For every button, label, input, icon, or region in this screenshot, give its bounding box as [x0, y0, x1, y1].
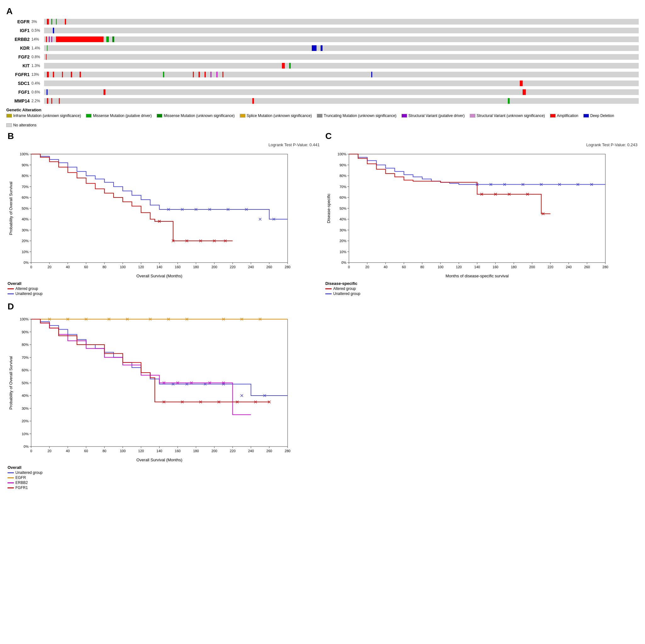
track-bar — [103, 89, 105, 95]
svg-text:Months of disease-specific sur: Months of disease-specific survival — [445, 274, 509, 278]
legend-item: Inframe Mutation (unknown significance) — [6, 113, 81, 118]
track-bar — [65, 19, 66, 25]
legend-label: Splice Mutation (unknown significance) — [247, 113, 312, 118]
oncoprint-row: FGF20.8% — [6, 53, 639, 61]
track-bar — [112, 36, 114, 42]
legend-label: Truncating Mutation (unknown significanc… — [324, 113, 396, 118]
svg-text:20%: 20% — [22, 239, 29, 243]
svg-text:240: 240 — [248, 449, 254, 453]
track-bar — [216, 72, 217, 77]
svg-text:260: 260 — [584, 265, 590, 269]
svg-text:200: 200 — [529, 265, 535, 269]
svg-rect-83 — [349, 154, 605, 263]
svg-text:60%: 60% — [22, 196, 29, 199]
legend-label: Deep Deletion — [590, 113, 614, 118]
legend-label: Missense Mutation (unknown significance) — [164, 113, 234, 118]
gene-name: IGF1 — [6, 28, 31, 33]
legend-label: Structural Variant (putative driver) — [408, 113, 465, 118]
svg-text:80: 80 — [102, 449, 106, 453]
track-bar — [47, 45, 47, 51]
gene-pct: 1.4% — [31, 46, 44, 50]
track-bar — [53, 72, 54, 77]
svg-text:180: 180 — [193, 449, 199, 453]
legend-label: FGFR1 — [15, 486, 28, 490]
legend-swatch — [6, 123, 12, 127]
oncoprint-track — [44, 54, 639, 60]
panel-b-legend: Overall Altered groupUnaltered group — [8, 281, 320, 296]
track-bar — [79, 72, 81, 77]
legend-item: Amplification — [550, 113, 578, 118]
gene-pct: 13% — [31, 72, 44, 77]
gene-pct: 14% — [31, 37, 44, 41]
panel-a-label: A — [6, 6, 639, 16]
svg-text:40: 40 — [384, 265, 387, 269]
track-bar — [47, 19, 49, 25]
svg-text:60: 60 — [402, 265, 406, 269]
chart-legend-item: Unaltered group — [8, 470, 321, 475]
oncoprint-track — [44, 63, 639, 68]
legend-label: Structural Variant (unknown significance… — [477, 113, 545, 118]
legend-swatch — [6, 114, 12, 117]
svg-text:100: 100 — [120, 449, 126, 453]
svg-text:50%: 50% — [22, 207, 29, 210]
genetic-alteration-label: Genetic Alteration — [6, 107, 639, 112]
oncoprint-row: FGF10.6% — [6, 88, 639, 96]
legend-d-items: Unaltered groupEGFRERBB2FGFR1 — [8, 470, 321, 490]
panel-b-label: B — [8, 131, 320, 141]
panel-d-legend-title: Overall — [8, 465, 321, 470]
track-bar — [520, 80, 522, 86]
oncoprint-track — [44, 80, 639, 86]
gene-name: SDC1 — [6, 81, 31, 86]
track-bar — [199, 72, 200, 77]
svg-text:30%: 30% — [22, 228, 29, 232]
track-bar — [312, 45, 316, 51]
svg-text:40: 40 — [66, 265, 69, 269]
panel-b-legend-title: Overall — [8, 281, 320, 286]
svg-text:220: 220 — [230, 265, 235, 269]
svg-text:10%: 10% — [22, 432, 29, 436]
gene-name: KIT — [6, 63, 31, 68]
svg-text:160: 160 — [175, 449, 181, 453]
panel-c-header: Logrank Test P-Value: 0.243 — [325, 142, 637, 147]
legend-line — [8, 482, 14, 483]
legend: Genetic Alteration Inframe Mutation (unk… — [6, 107, 639, 127]
legend-label: Altered group — [333, 287, 356, 291]
track-bar — [47, 72, 49, 77]
chart-legend-item: ERBB2 — [8, 480, 321, 485]
oncoprint: EGFR3%IGF10.5%ERBB214%KDR1.4%FGF20.8%KIT… — [6, 18, 639, 105]
track-bar — [222, 72, 223, 77]
svg-text:90%: 90% — [22, 330, 29, 334]
track-bar — [289, 63, 291, 68]
track-bar — [51, 36, 52, 42]
svg-text:80%: 80% — [22, 343, 29, 347]
legend-line — [8, 288, 14, 289]
oncoprint-row: KIT1.3% — [6, 62, 639, 70]
track-bar — [47, 98, 48, 104]
track-bar — [320, 45, 322, 51]
chart-legend-item: Altered group — [8, 287, 320, 291]
oncoprint-track — [44, 89, 639, 95]
panel-d-chart: 0204060801001201401601802002202402602800… — [8, 313, 297, 464]
chart-legend-item: Unaltered group — [325, 292, 637, 296]
track-bar — [508, 98, 510, 104]
gene-pct: 0.5% — [31, 28, 44, 33]
track-bar — [210, 72, 211, 77]
svg-text:220: 220 — [548, 265, 553, 269]
svg-text:140: 140 — [156, 265, 162, 269]
svg-text:240: 240 — [248, 265, 254, 269]
oncoprint-row: FGFR113% — [6, 70, 639, 79]
svg-text:0%: 0% — [342, 261, 347, 265]
main-container: A EGFR3%IGF10.5%ERBB214%KDR1.4%FGF20.8%K… — [0, 0, 645, 644]
panel-bc: B Logrank Test P-Value: 0.441 0204060801… — [6, 130, 639, 298]
gene-pct: 1.3% — [31, 63, 44, 68]
gene-name: KDR — [6, 46, 31, 51]
legend-label: Unaltered group — [333, 292, 360, 296]
panel-b-pvalue: Logrank Test P-Value: 0.441 — [268, 142, 320, 147]
track-bar — [106, 36, 109, 42]
svg-text:140: 140 — [156, 449, 162, 453]
gene-name: FGF2 — [6, 54, 31, 59]
panel-b-header: Logrank Test P-Value: 0.441 — [8, 142, 320, 147]
svg-text:40%: 40% — [22, 394, 29, 397]
oncoprint-track — [44, 19, 639, 25]
track-bar — [56, 19, 57, 25]
